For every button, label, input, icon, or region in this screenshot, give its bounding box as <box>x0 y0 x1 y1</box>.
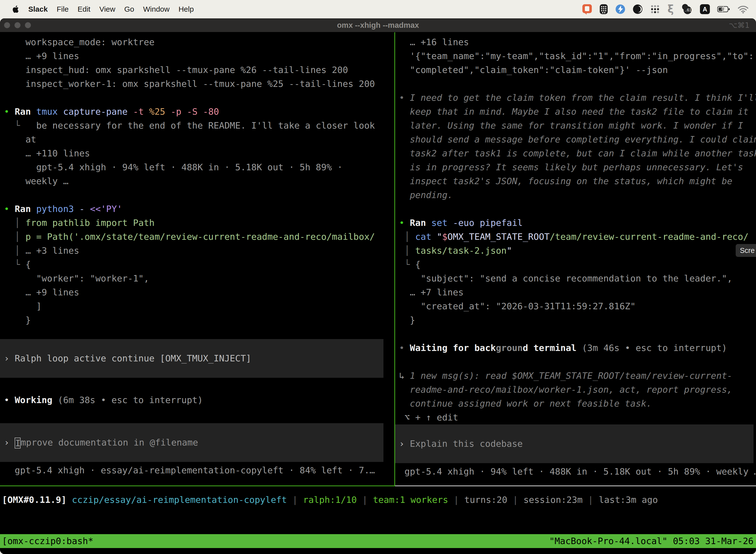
app-menus: SlackFileEditViewGoWindowHelp <box>28 5 194 13</box>
terminal-line: … +9 lines <box>4 285 394 299</box>
badge-61-icon-label: ..61 <box>685 8 692 13</box>
terminal-line: task2 after task1 is complete, but can I… <box>399 147 756 160</box>
terminal-line: '{"team_name":"my-team","task_id":"1","f… <box>399 49 756 63</box>
terminal-line: ↳ 1 new msg(s): read $OMX_TEAM_STATE_ROO… <box>399 369 756 383</box>
terminal-line: inspect_worker-1: omx sparkshell --tmux-… <box>4 77 394 91</box>
terminal-line: pending. <box>399 188 756 202</box>
model-status-line-right: gpt-5.4 xhigh · 94% left · 488K in · 5.1… <box>399 465 756 479</box>
ran-tmux-command-line: • Ran tmux capture-pane -t %25 -p -S -80 <box>4 105 394 119</box>
terminal-line: continue assigned work or next feasible … <box>399 397 756 410</box>
terminal-line: "worker": "worker-1", <box>4 272 394 285</box>
ran-python-command-line: • Ran python3 - <<'PY' <box>4 202 394 216</box>
menu-item-slack[interactable]: Slack <box>28 5 48 13</box>
terminal-line: │ … +3 lines <box>4 244 394 258</box>
menu-item-go[interactable]: Go <box>124 5 134 13</box>
terminal-line: └ be necessary for the end of the README… <box>4 119 394 132</box>
tmux-status-bar: [omx-cczip0:bash* "MacBook-Pro-44.local"… <box>0 534 756 548</box>
right-pane-bottom-border <box>395 486 756 486</box>
right-terminal-pane: … +16 lines '{"team_name":"my-team","tas… <box>395 32 756 486</box>
ran-set-command-line: • Ran set -euo pipefail <box>399 216 756 230</box>
input-source-icon-label: A <box>703 6 707 13</box>
window-title: omx --xhigh --madmax <box>0 21 756 30</box>
terminal-line: │ cat "$OMX_TEAM_STATE_ROOT/team/review-… <box>399 230 756 244</box>
waiting-status-line: • Waiting for background terminal (3m 46… <box>399 341 756 355</box>
menu-bar-status-icons: ξ..61A <box>582 3 749 15</box>
terminal-line: │ from pathlib import Path <box>4 216 394 230</box>
terminal-line: ⌥ + ↑ edit <box>399 410 756 425</box>
terminal-line <box>4 91 394 105</box>
model-status-line-left: gpt-5.4 xhigh · essay/ai-reimplementatio… <box>4 463 394 477</box>
terminal-line <box>4 188 394 202</box>
terminal-line: … +16 lines <box>399 35 756 49</box>
terminal-line: └ { <box>399 258 756 272</box>
terminal-line: "completed","claim_token":"claim-token"}… <box>399 63 756 77</box>
terminal-line: └ { <box>4 258 394 272</box>
thinking-text: • I need to get the claim token from the… <box>399 91 756 105</box>
badge-61-icon[interactable]: ..61 <box>681 4 693 15</box>
working-status-line: • Working (6m 38s • esc to interrupt) <box>4 393 394 407</box>
dots-grid-icon[interactable] <box>650 4 660 14</box>
keypad-shield-icon[interactable] <box>600 4 608 14</box>
terminal-line: ] <box>4 299 394 313</box>
terminal-line: │ p = Path('.omx/state/team/review-curre… <box>4 230 394 244</box>
menu-item-edit[interactable]: Edit <box>78 5 90 13</box>
terminal-line <box>399 202 756 216</box>
terminal-line: keep that in mind. Maybe I also need the… <box>399 105 756 119</box>
terminal-line: is in progress? It seems likely but perh… <box>399 160 756 174</box>
terminal-line: workspace_mode: worktree <box>4 35 394 49</box>
screen-tooltip: Scre <box>736 244 756 257</box>
left-pane-bottom-border <box>0 486 394 486</box>
terminal-line: │ tasks/task-2.json" <box>399 244 756 258</box>
terminal-line: should send a message before completing … <box>399 132 756 147</box>
dragon-icon[interactable]: ξ <box>668 4 674 14</box>
menu-bar: SlackFileEditViewGoWindowHelp ξ..61A <box>0 0 756 18</box>
terminal-window: omx --xhigh --madmax ⌥⌘1 workspace_mode:… <box>0 18 756 554</box>
menu-item-help[interactable]: Help <box>179 5 194 13</box>
terminal-line: gpt-5.4 xhigh · 94% left · 488K in · 5.1… <box>4 160 394 174</box>
terminal-line: } <box>399 313 756 327</box>
menu-item-file[interactable]: File <box>57 5 68 13</box>
bolt-circle-icon[interactable] <box>615 4 625 14</box>
window-title-bar[interactable]: omx --xhigh --madmax ⌥⌘1 <box>0 18 756 32</box>
terminal-line <box>399 77 756 91</box>
tmux-host-time: "MacBook-Pro-44.local" 05:03 31-Mar-26 <box>549 534 754 548</box>
terminal-line: at <box>4 132 394 147</box>
terminal-line: later. Using the same for transition mig… <box>399 119 756 132</box>
tmux-window-tab[interactable]: [omx-cczip0:bash* <box>2 534 93 548</box>
prompt-input-left[interactable]: › Improve documentation in @filename <box>4 436 383 449</box>
moon-circle-icon[interactable] <box>633 4 643 14</box>
terminal-line <box>399 327 756 341</box>
screen-recording-icon[interactable] <box>582 3 592 15</box>
terminal-line: … +7 lines <box>399 285 756 299</box>
apple-menu-icon[interactable] <box>12 5 19 13</box>
terminal-line: "created_at": "2026-03-31T11:59:27.816Z" <box>399 299 756 313</box>
menu-item-window[interactable]: Window <box>143 5 170 13</box>
terminal-line: weekly … <box>4 174 394 188</box>
terminal-line: inspect_hud: omx sparkshell --tmux-pane … <box>4 63 394 77</box>
omx-status-line: [OMX#0.11.9] cczip/essay/ai-reimplementa… <box>0 493 756 507</box>
terminal-line: readme-and-reco/mailbox/worker-1.json, a… <box>399 383 756 397</box>
terminal-line <box>399 355 756 369</box>
terminal-content: workspace_mode: worktree … +9 lines insp… <box>0 32 756 554</box>
battery-icon[interactable] <box>717 6 730 12</box>
prompt-input-right[interactable]: › Explain this codebase <box>399 437 754 451</box>
window-shortcut-hint: ⌥⌘1 <box>729 21 750 30</box>
input-source-icon[interactable]: A <box>700 4 710 14</box>
terminal-line: … +110 lines <box>4 147 394 160</box>
menu-item-view[interactable]: View <box>99 5 115 13</box>
wifi-icon[interactable] <box>738 5 749 13</box>
terminal-line: inspect task2's JSON, focusing on the st… <box>399 174 756 188</box>
ralph-loop-message: › Ralph loop active continue [OMX_TMUX_I… <box>4 351 383 365</box>
terminal-line: } <box>4 313 394 327</box>
terminal-line: "subject": "send a concise recommendatio… <box>399 272 756 285</box>
left-terminal-pane: workspace_mode: worktree … +9 lines insp… <box>0 32 394 486</box>
terminal-line: … +9 lines <box>4 49 394 63</box>
